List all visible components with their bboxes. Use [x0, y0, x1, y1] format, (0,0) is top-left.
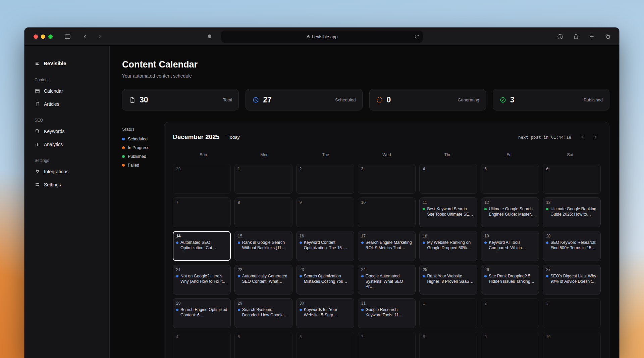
calendar-cell[interactable]: 24Google Automated Systems: What SEO Pr…: [358, 265, 416, 295]
calendar-cell[interactable]: 30: [173, 164, 231, 194]
privacy-shield-icon[interactable]: [207, 34, 213, 40]
stat-card-published: 3 Published: [493, 89, 609, 110]
day-number: 31: [361, 301, 413, 306]
calendar-event[interactable]: Search Engine Marketing ROI: 9 Metrics T…: [361, 240, 413, 251]
calendar-event[interactable]: Automatically Generated SEO Content: Wha…: [238, 274, 289, 284]
calendar-cell[interactable]: 2: [481, 298, 539, 328]
calendar-cell[interactable]: 20SEO Keyword Research: Find 500+ Terms …: [543, 231, 601, 261]
today-button[interactable]: Today: [227, 135, 239, 140]
next-post-countdown: next post in 01:44:18: [518, 135, 571, 140]
prev-month-button[interactable]: [577, 132, 587, 142]
sidebar-item-settings[interactable]: Settings: [35, 178, 104, 191]
calendar-event[interactable]: SEO Keyword Research: Find 500+ Terms in…: [546, 240, 597, 251]
calendar-cell[interactable]: 9: [296, 197, 354, 227]
window-controls: [34, 34, 53, 39]
calendar-cell[interactable]: 21Not on Google? Here's Why (And How to …: [173, 265, 231, 295]
downloads-button[interactable]: [557, 33, 564, 40]
calendar-cell[interactable]: 5: [481, 164, 539, 194]
calendar-cell[interactable]: 4: [173, 332, 231, 358]
calendar-event[interactable]: Rank in Google Search Without Backlinks …: [238, 240, 289, 251]
address-bar[interactable]: bevisible.app: [221, 31, 423, 43]
calendar-event[interactable]: Keywords for Your Website: 5-Step…: [300, 307, 351, 318]
calendar-event[interactable]: SEO's Biggest Lies: Why 90% of Advice Do…: [546, 274, 597, 284]
day-number: 14: [176, 234, 227, 238]
zoom-window-button[interactable]: [48, 34, 53, 39]
calendar-cell[interactable]: 6: [543, 164, 601, 194]
calendar-cell[interactable]: 1: [234, 164, 292, 194]
calendar-event[interactable]: Search Systems Decoded: How Google…: [238, 307, 289, 318]
calendar-event[interactable]: Keyword Content Optimization: The 15-…: [300, 240, 351, 251]
calendar-grid: 301234567891011Best Keyword Search Site …: [173, 164, 601, 358]
app-logo[interactable]: BeVisible: [35, 60, 104, 66]
sidebar-item-calendar[interactable]: Calendar: [35, 84, 104, 97]
close-window-button[interactable]: [34, 34, 38, 39]
calendar-event[interactable]: Best Keyword Search Site Tools: Ultimate…: [423, 207, 474, 217]
calendar-event[interactable]: Google Automated Systems: What SEO Pr…: [361, 274, 413, 289]
app-name: BeVisible: [44, 60, 66, 66]
tab-overview-button[interactable]: [604, 33, 611, 40]
calendar-cell[interactable]: 2: [296, 164, 354, 194]
sidebar-item-integrations[interactable]: Integrations: [35, 165, 104, 178]
calendar-cell[interactable]: 18My Website Ranking on Google Dropped 5…: [419, 231, 477, 261]
sidebar-item-keywords[interactable]: Keywords: [35, 125, 104, 138]
calendar-event[interactable]: Ultimate Google Ranking Guide 2025: How …: [546, 207, 597, 217]
calendar-cell[interactable]: 3: [358, 164, 416, 194]
calendar-cell[interactable]: 15Rank in Google Search Without Backlink…: [234, 231, 292, 261]
logo-icon: [35, 60, 40, 66]
calendar-cell[interactable]: 10: [358, 197, 416, 227]
calendar-event[interactable]: My Website Ranking on Google Dropped 50%…: [423, 240, 474, 251]
calendar-cell[interactable]: 29Search Systems Decoded: How Google…: [234, 298, 292, 328]
calendar-cell[interactable]: 7: [358, 332, 416, 358]
calendar-cell[interactable]: 12Ultimate Google Search Engines Guide: …: [481, 197, 539, 227]
share-button[interactable]: [573, 33, 579, 40]
calendar-cell[interactable]: 22Automatically Generated SEO Content: W…: [234, 265, 292, 295]
calendar-cell[interactable]: 13Ultimate Google Ranking Guide 2025: Ho…: [543, 197, 601, 227]
calendar-cell[interactable]: 9: [481, 332, 539, 358]
refresh-button[interactable]: [414, 34, 419, 39]
calendar-cell[interactable]: 8: [234, 197, 292, 227]
calendar-event[interactable]: Not on Google? Here's Why (And How to Fi…: [176, 274, 227, 284]
calendar-cell[interactable]: 5: [234, 332, 292, 358]
minimize-window-button[interactable]: [41, 34, 45, 39]
calendar-cell[interactable]: 26Site Rank Dropping? 5 Hidden Issues Ta…: [481, 265, 539, 295]
plug-icon: [35, 169, 40, 174]
calendar-cell[interactable]: 1: [419, 298, 477, 328]
calendar-cell[interactable]: 11Best Keyword Search Site Tools: Ultima…: [419, 197, 477, 227]
back-button[interactable]: [82, 34, 88, 40]
calendar-cell[interactable]: 27SEO's Biggest Lies: Why 90% of Advice …: [543, 265, 601, 295]
event-title: Keyword AI Tools Compared: Which…: [489, 240, 536, 251]
calendar-cell[interactable]: 6: [296, 332, 354, 358]
sidebar-item-analytics[interactable]: Analytics: [35, 138, 104, 151]
next-month-button[interactable]: [591, 132, 601, 142]
event-status-dot: [361, 241, 364, 244]
calendar-cell[interactable]: 31Google Research Keyword Tools: 11…: [358, 298, 416, 328]
calendar-cell[interactable]: 7: [173, 197, 231, 227]
event-title: Automatically Generated SEO Content: Wha…: [242, 274, 289, 284]
calendar-cell-today[interactable]: 14Automated SEO Optimization: Cut…: [173, 231, 231, 261]
calendar-event[interactable]: Automated SEO Optimization: Cut…: [176, 240, 227, 251]
page-subtitle: Your automated content schedule: [122, 73, 609, 79]
calendar-event[interactable]: Rank Your Website Higher: 8 Proven SaaS…: [423, 274, 474, 284]
calendar-cell[interactable]: 17Search Engine Marketing ROI: 9 Metrics…: [358, 231, 416, 261]
calendar-event[interactable]: Search Engine Optimized Content: 6…: [176, 307, 227, 318]
calendar-cell[interactable]: 16Keyword Content Optimization: The 15-…: [296, 231, 354, 261]
calendar-cell[interactable]: 4: [419, 164, 477, 194]
calendar-event[interactable]: Keyword AI Tools Compared: Which…: [484, 240, 536, 251]
sidebar-toggle-button[interactable]: [64, 33, 71, 40]
calendar-event[interactable]: Site Rank Dropping? 5 Hidden Issues Tank…: [484, 274, 536, 284]
calendar-cell[interactable]: 23Search Optimization Mistakes Costing Y…: [296, 265, 354, 295]
forward-button[interactable]: [96, 34, 102, 40]
calendar-event[interactable]: Ultimate Google Search Engines Guide: Ma…: [484, 207, 536, 217]
calendar-cell[interactable]: 8: [419, 332, 477, 358]
calendar-cell[interactable]: 19Keyword AI Tools Compared: Which…: [481, 231, 539, 261]
calendar-cell[interactable]: 10: [543, 332, 601, 358]
calendar-cell[interactable]: 25Rank Your Website Higher: 8 Proven Saa…: [419, 265, 477, 295]
calendar-cell[interactable]: 3: [543, 298, 601, 328]
calendar-event[interactable]: Search Optimization Mistakes Costing You…: [300, 274, 351, 284]
weekday-label: Fri: [478, 148, 539, 164]
new-tab-button[interactable]: [589, 33, 595, 40]
sidebar-item-articles[interactable]: Articles: [35, 97, 104, 110]
calendar-cell[interactable]: 28Search Engine Optimized Content: 6…: [173, 298, 231, 328]
calendar-cell[interactable]: 30Keywords for Your Website: 5-Step…: [296, 298, 354, 328]
calendar-event[interactable]: Google Research Keyword Tools: 11…: [361, 307, 413, 318]
